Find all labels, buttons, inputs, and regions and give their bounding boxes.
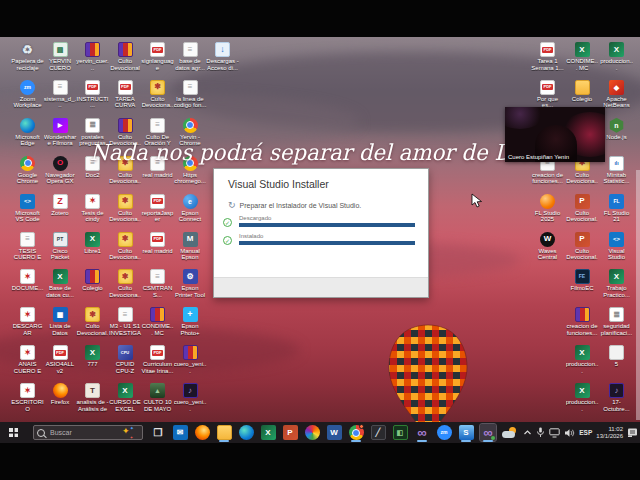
language-indicator[interactable]: ESP	[579, 429, 592, 436]
desktop-icon[interactable]: Epson Photo+	[174, 307, 207, 336]
desktop-icon[interactable]: Culto Devocional...	[566, 232, 599, 262]
desktop-icon[interactable]: CONDIME... MC	[141, 307, 174, 336]
desktop-icon[interactable]: DESCARGAR	[11, 307, 44, 336]
desktop-icon[interactable]: Libre1	[76, 232, 109, 255]
taskbar-app-excel[interactable]	[260, 424, 276, 441]
start-button[interactable]	[8, 427, 19, 438]
desktop-icon[interactable]: TESIS CUERO E	[11, 232, 44, 261]
desktop-icon[interactable]: INSTRUCTI...	[76, 80, 109, 109]
desktop-icon[interactable]: base de datos agr...	[174, 42, 207, 71]
desktop-icon[interactable]: ASIO4ALL v2 Instruction...	[44, 345, 77, 375]
desktop-icon[interactable]: Lista de Datos	[44, 307, 77, 336]
desktop-icon[interactable]: produccion...	[600, 42, 633, 71]
copilot-sparkle-icon[interactable]: ✦✦✦	[120, 427, 134, 439]
taskbar-app-task-view[interactable]	[150, 424, 166, 441]
desktop-icon[interactable]: Microsoft VS Code	[11, 194, 44, 223]
taskbar-app-edge[interactable]	[238, 424, 254, 441]
taskbar-app-project-green[interactable]	[392, 424, 408, 441]
taskbar-app-outlook[interactable]	[172, 424, 188, 441]
desktop-icon[interactable]: 17-Octubre...	[600, 383, 633, 412]
desktop-icon[interactable]: FilmoEC	[566, 269, 599, 292]
taskbar-app-dev-tool[interactable]	[370, 424, 386, 441]
taskbar-app-sql-server[interactable]	[458, 424, 474, 441]
desktop-icon[interactable]: TAREA CURVA DE...	[109, 80, 142, 110]
desktop-icon[interactable]: Culto Devocional...	[76, 307, 109, 337]
desktop-icon[interactable]: analisis de - Análisis de ...	[76, 383, 109, 413]
desktop-icon[interactable]: Zotero	[44, 194, 77, 217]
desktop-icon[interactable]: Descargas - Acceso di...	[206, 42, 239, 71]
desktop-icon[interactable]: creacion de funciones...	[566, 307, 599, 336]
desktop-icon[interactable]: produccion...	[566, 345, 599, 374]
desktop-icon[interactable]: Microsoft Edge	[11, 118, 44, 147]
desktop-icon[interactable]: ESCRITORIO	[11, 383, 44, 412]
desktop-icon[interactable]: Papelera de reciclaje	[11, 42, 44, 71]
desktop-icon[interactable]: Por que es...	[531, 80, 564, 109]
speaker-icon[interactable]	[564, 428, 575, 438]
desktop-icon[interactable]: real madrid	[141, 232, 174, 255]
desktop-icon[interactable]: Apache NetBeans I...	[600, 80, 633, 110]
taskbar-app-word[interactable]	[326, 424, 342, 441]
taskbar-app-visual-studio[interactable]	[414, 424, 430, 441]
desktop-icon[interactable]: Epson Printer Tool	[174, 269, 207, 298]
desktop-icon[interactable]: Tesis de cindy	[76, 194, 109, 223]
desktop-icon[interactable]: Tarea 1 Semana 1...	[531, 42, 564, 71]
desktop-icon[interactable]: CPUID CPU-Z	[109, 345, 142, 374]
taskbar-app-chrome[interactable]	[348, 424, 364, 441]
desktop-icon[interactable]: Waves Central	[531, 232, 564, 261]
desktop-icon[interactable]: reportaJasper	[141, 194, 174, 223]
desktop-icon[interactable]: Culto Devociona...	[109, 269, 142, 299]
desktop-icon[interactable]: CULTO 10 DE MAYO 202...	[141, 383, 174, 413]
desktop-icon[interactable]: Visual Studio Code	[600, 232, 633, 262]
taskbar-app-zoom[interactable]	[436, 424, 452, 441]
desktop-icon[interactable]: Google Chrome	[11, 156, 44, 185]
search-input[interactable]	[48, 428, 122, 437]
clock[interactable]: 11:02 13/1/2026	[596, 426, 623, 440]
desktop-icon[interactable]: Epson Connect Sce...	[174, 194, 207, 224]
desktop-icon[interactable]: FL Studio 21	[600, 194, 633, 223]
desktop-icon[interactable]: Curriculum Vitae Irina...	[141, 345, 174, 374]
visual-studio-installer-dialog[interactable]: Visual Studio Installer ↻ Preparar el In…	[213, 168, 429, 298]
desktop-icon[interactable]: Base de datos cu...	[44, 269, 77, 298]
desktop-icon[interactable]: Trabajo Practico...	[600, 269, 633, 298]
desktop-icon[interactable]: yervin_cuer...	[76, 42, 109, 71]
desktop-icon[interactable]: Culto Devociona...	[141, 80, 174, 110]
desktop-icon[interactable]: signlanguage	[141, 42, 174, 71]
desktop-icon[interactable]: Colegio	[566, 80, 599, 103]
weather-icon[interactable]	[501, 426, 519, 440]
taskbar-app-photos[interactable]	[304, 424, 320, 441]
desktop-icon[interactable]: Cisco Packet Tracer	[44, 232, 77, 262]
desktop-icon[interactable]: Culto Devociona...	[109, 194, 142, 224]
desktop-icon[interactable]: Zoom Workplace	[11, 80, 44, 109]
desktop-icon[interactable]: Manual Epson L12...	[174, 232, 207, 262]
microphone-icon[interactable]	[536, 427, 545, 438]
desktop-icon[interactable]: la linea de codigo fon...	[174, 80, 207, 109]
desktop-icon[interactable]: 5	[600, 345, 633, 368]
desktop-icon[interactable]: cuero_yeni...	[174, 345, 207, 374]
notification-center-icon[interactable]	[627, 427, 638, 438]
display-icon[interactable]	[549, 428, 560, 438]
desktop-icon[interactable]: FL Studio 2025	[531, 194, 564, 223]
taskbar-app-visual-studio-installer[interactable]	[480, 424, 496, 441]
desktop-icon[interactable]: sistema_d_...	[44, 80, 77, 109]
desktop-icon[interactable]: CURSO DE EXCEL	[109, 383, 142, 412]
desktop-icon[interactable]: Culto Devocional...	[566, 194, 599, 224]
desktop-icon[interactable]: CSMTRANS...	[141, 269, 174, 298]
desktop-icon[interactable]: Wondershare Filmora	[44, 118, 77, 147]
desktop-icon[interactable]: Navegador Opera GX	[44, 156, 77, 185]
desktop-icon[interactable]: DOCUME...	[11, 269, 44, 292]
desktop-icon[interactable]: produccion...	[566, 383, 599, 412]
desktop-icon[interactable]: M3 - U1 S1 INVESTIGA...	[109, 307, 142, 337]
desktop-icon[interactable]: Culto Devocional ...	[109, 42, 142, 72]
desktop-icon[interactable]: YERVIN CUERO	[44, 42, 77, 71]
desktop-icon[interactable]: Colegio	[76, 269, 109, 292]
desktop-icon[interactable]: cuero_yeni...	[174, 383, 207, 412]
desktop-icon[interactable]: Firefox	[44, 383, 77, 406]
desktop-icon[interactable]: ANAIS CUERO E	[11, 345, 44, 374]
desktop-icon[interactable]: seguridad planificaci...	[600, 307, 633, 336]
desktop-icon[interactable]: CONDIME... MC	[566, 42, 599, 71]
chevron-up-icon[interactable]	[523, 428, 532, 437]
desktop-icon[interactable]: Culto Devociona...	[109, 232, 142, 262]
desktop-icon[interactable]: 777	[76, 345, 109, 368]
webcam-video-overlay[interactable]: Cuero Estupiñan Yenin	[505, 107, 605, 162]
taskbar-app-firefox[interactable]	[194, 424, 210, 441]
